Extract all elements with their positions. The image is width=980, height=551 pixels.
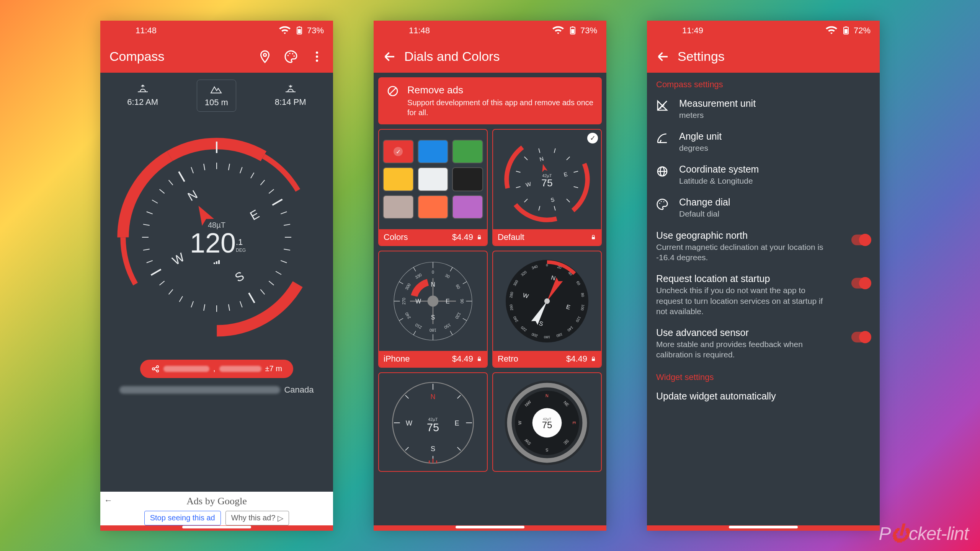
svg-text:W: W <box>518 421 522 425</box>
svg-text:270: 270 <box>402 297 406 304</box>
lock-icon <box>476 356 482 362</box>
svg-point-8 <box>316 51 318 54</box>
svg-text:90: 90 <box>460 298 464 303</box>
svg-text:S: S <box>546 448 548 452</box>
phone-settings: 11:49 72% Settings Compass settings Meas… <box>647 21 880 531</box>
retro-dial-card[interactable]: 0204060801001201401601802002202402602803… <box>492 251 602 368</box>
svg-line-160 <box>405 395 408 398</box>
svg-rect-124 <box>478 359 481 361</box>
svg-line-16 <box>151 269 161 275</box>
swatch-tan[interactable] <box>383 195 414 219</box>
toggle-advanced-sensor[interactable] <box>851 332 871 342</box>
toggle-request-location[interactable] <box>851 278 871 289</box>
swatch-black[interactable] <box>452 167 483 191</box>
compass-face[interactable]: N E S W 48µT 120 .1 DEG <box>109 130 324 344</box>
svg-text:W: W <box>406 419 412 427</box>
location-accuracy: ±7 m <box>265 364 282 373</box>
swatch-red[interactable] <box>383 140 414 163</box>
default-dial-preview: N E S W 42µT 75 <box>501 134 593 225</box>
why-ad-button[interactable]: Why this ad?▷ <box>225 511 289 525</box>
svg-line-69 <box>389 87 397 95</box>
svg-line-29 <box>281 260 287 262</box>
svg-line-104 <box>413 267 416 271</box>
svg-line-47 <box>160 189 165 193</box>
svg-rect-91 <box>592 237 595 239</box>
setting-measurement-unit[interactable]: Measurement unitmeters <box>647 93 880 126</box>
svg-point-7 <box>293 55 295 57</box>
back-arrow-icon[interactable] <box>383 50 397 64</box>
swatch-coral[interactable] <box>418 195 449 219</box>
svg-point-9 <box>316 55 318 58</box>
svg-line-26 <box>284 224 290 225</box>
iphone-dial-card[interactable]: 0306090120150180210240270300330 N E S W <box>378 251 488 368</box>
swatch-purple[interactable] <box>452 195 483 219</box>
svg-line-76 <box>574 186 578 187</box>
svg-line-97 <box>463 318 467 321</box>
svg-point-3 <box>263 53 266 56</box>
app-bar: Dials and Colors <box>374 41 606 73</box>
setting-geographic-north[interactable]: Use geographic northCurrent magnetic dec… <box>647 225 880 268</box>
svg-line-41 <box>147 260 153 262</box>
svg-line-103 <box>399 282 403 284</box>
svg-line-32 <box>260 289 265 294</box>
sunrise-value: 6:12 AM <box>127 97 158 107</box>
nav-handle[interactable] <box>729 526 798 528</box>
palette-icon[interactable] <box>284 50 298 64</box>
dial-preview: NNEESESSWWNW NE 42µT 75 <box>501 377 593 469</box>
nav-handle[interactable] <box>456 526 524 528</box>
status-battery: 73% <box>307 26 324 36</box>
svg-text:W: W <box>525 181 532 188</box>
svg-rect-58 <box>218 260 220 264</box>
swatch-green[interactable] <box>452 140 483 163</box>
lock-icon <box>476 234 482 240</box>
sunrise-item[interactable]: 6:12 AM <box>119 80 166 112</box>
dial-card-partial-2[interactable]: NNEESESSWWNW NE 42µT 75 <box>492 372 602 472</box>
status-bar: 11:48 73% <box>374 21 606 41</box>
nav-handle[interactable] <box>182 526 251 528</box>
svg-line-154 <box>457 395 461 398</box>
svg-line-79 <box>539 206 540 210</box>
app-bar: Compass <box>100 41 333 73</box>
svg-line-38 <box>180 296 183 302</box>
swatch-blue[interactable] <box>418 140 449 163</box>
svg-line-45 <box>147 212 153 214</box>
setting-change-dial[interactable]: Change dialDefault dial <box>647 191 880 224</box>
svg-text:60: 60 <box>455 283 461 289</box>
swatch-white[interactable] <box>418 167 449 191</box>
dial-preview: N E S W 42µT 75 <box>387 377 479 469</box>
setting-request-location[interactable]: Request location at startupUncheck this … <box>647 268 880 322</box>
location-chip[interactable]: , ±7 m <box>140 360 293 378</box>
toggle-geographic-north[interactable] <box>851 235 871 245</box>
setting-update-widget[interactable]: Update widget automatically <box>647 385 880 407</box>
colors-card[interactable]: Colors$4.49 <box>378 129 488 246</box>
svg-point-193 <box>661 201 662 202</box>
ad-back-icon[interactable]: ← <box>104 496 113 505</box>
stop-ad-button[interactable]: Stop seeing this ad <box>144 511 221 525</box>
location-pin-icon[interactable] <box>258 50 272 64</box>
swatch-yellow[interactable] <box>383 167 414 191</box>
altitude-item[interactable]: 105 m <box>197 80 236 112</box>
setting-angle-unit[interactable]: Angle unitdegrees <box>647 126 880 158</box>
retro-dial-preview: 0204060801001201401601802002202402602803… <box>501 255 593 347</box>
default-dial-card[interactable]: ✓ N E S W 42µT <box>492 129 602 246</box>
ads-by-label: Ads by Google <box>105 496 328 507</box>
svg-text:180: 180 <box>544 335 550 339</box>
svg-rect-151 <box>592 359 595 361</box>
back-arrow-icon[interactable] <box>656 50 670 64</box>
status-bar: 11:48 73% <box>100 21 333 41</box>
svg-line-20 <box>229 163 230 170</box>
svg-rect-70 <box>478 237 481 239</box>
setting-advanced-sensor[interactable]: Use advanced sensorMore stable and provi… <box>647 322 880 365</box>
svg-line-31 <box>269 281 274 285</box>
setting-coordinate-system[interactable]: Coordinate systemLatitude & Longitude <box>647 158 880 191</box>
remove-ads-banner[interactable]: Remove ads Support development of this a… <box>378 77 602 124</box>
svg-text:E: E <box>563 171 568 178</box>
ruler-icon <box>656 99 668 112</box>
svg-line-78 <box>554 206 555 210</box>
heading-value: 120 <box>190 228 236 258</box>
svg-text:N: N <box>185 187 200 204</box>
more-vert-icon[interactable] <box>310 50 324 64</box>
dial-card-partial-1[interactable]: N E S W 42µT 75 <box>378 372 488 472</box>
sunset-item[interactable]: 8:14 PM <box>267 80 314 112</box>
svg-line-21 <box>240 167 242 173</box>
